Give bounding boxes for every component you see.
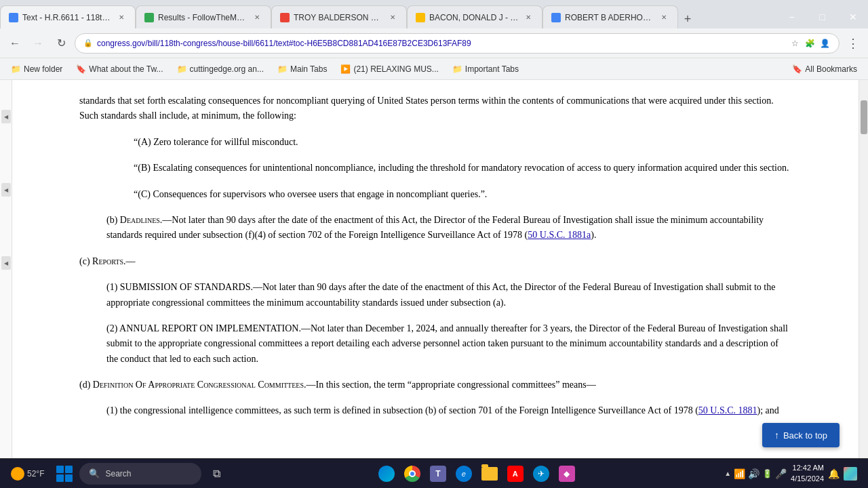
files-app-icon[interactable]: [477, 462, 502, 486]
scrollbar-track[interactable]: [859, 80, 868, 458]
browser-frame: Text - H.R.6611 - 118th... ✕ Results - F…: [0, 0, 868, 488]
tab-2[interactable]: Results - FollowTheMon... ✕: [136, 5, 271, 28]
tab-1-favicon: [9, 13, 18, 22]
address-text: congress.gov/bill/118th-congress/house-b…: [97, 39, 785, 48]
volume-tray-icon[interactable]: 🔊: [748, 468, 760, 479]
side-btn-3[interactable]: ◀: [1, 256, 11, 270]
system-clock[interactable]: 12:42 AM 4/15/2024: [791, 463, 824, 484]
clock-date: 4/15/2024: [791, 474, 824, 484]
bookmarks-bar: 📁 New folder 🔖 What about the Tw... 📁 cu…: [0, 58, 868, 80]
system-tray-icons: ▲ 📶 🔊 🔋 🎤: [724, 468, 787, 479]
side-btn-2[interactable]: ◀: [1, 183, 11, 197]
back-to-top-button[interactable]: ↑ Back to top: [762, 423, 840, 447]
bookmark-icon-6: 📁: [452, 64, 462, 74]
back-button[interactable]: ←: [5, 34, 24, 53]
bookmark-main-tabs[interactable]: 📁 Main Tabs: [272, 63, 332, 75]
extension-icon[interactable]: 🧩: [804, 37, 816, 49]
address-bar[interactable]: 🔒 congress.gov/bill/118th-congress/house…: [75, 33, 840, 54]
para-definition-header: (d) Definition Of Appropriate Congressio…: [79, 378, 791, 392]
tab-1[interactable]: Text - H.R.6611 - 118th... ✕: [0, 5, 136, 28]
bookmark-what-about[interactable]: 🔖 What about the Tw...: [71, 63, 168, 75]
weather-sun-icon: [11, 467, 24, 481]
navigation-bar: ← → ↻ 🔒 congress.gov/bill/118th-congress…: [0, 28, 868, 58]
color-profile-icon[interactable]: [844, 467, 857, 481]
tab-3[interactable]: TROY BALDERSON CAM... ✕: [271, 5, 407, 28]
bookmark-icon-5: ▶️: [340, 64, 351, 74]
side-panel: ◀ ◀ ◀: [0, 80, 12, 458]
start-button[interactable]: [52, 462, 77, 486]
extra-icon: ◆: [559, 466, 575, 482]
windows-taskbar: 52°F 🔍 Search ⧉: [0, 458, 868, 488]
bookmark-new-folder[interactable]: 📁 New folder: [5, 63, 68, 75]
ie-app-icon[interactable]: e: [452, 462, 476, 486]
minimize-button[interactable]: −: [776, 7, 807, 27]
tab-list: Text - H.R.6611 - 118th... ✕ Results - F…: [0, 5, 776, 28]
tab-3-title: TROY BALDERSON CAM...: [294, 13, 383, 22]
chrome-app-icon[interactable]: [400, 462, 425, 486]
tab-4-close[interactable]: ✕: [523, 12, 534, 23]
tray-chevron[interactable]: ▲: [724, 470, 731, 477]
add-tab-button[interactable]: +: [678, 9, 697, 28]
all-bookmarks-button[interactable]: 🔖 All Bookmarks: [787, 63, 863, 75]
para-b: “(B) Escalating consequences for uninten…: [134, 161, 791, 176]
address-icons: ☆ 🧩 👤: [789, 37, 831, 49]
telegram-app-icon[interactable]: ✈: [529, 462, 553, 486]
teams-app-icon[interactable]: T: [426, 462, 450, 486]
taskbar-search-icon: 🔍: [89, 468, 100, 479]
para-intel-committees: (1) the congressional intelligence commi…: [106, 403, 791, 418]
taskview-icon: ⧉: [213, 468, 220, 480]
side-btn-1[interactable]: ◀: [1, 110, 11, 123]
teams-icon: T: [430, 466, 446, 482]
bookmark-label-2: What about the Tw...: [89, 64, 163, 74]
maximize-button[interactable]: □: [807, 7, 837, 27]
tab-1-close[interactable]: ✕: [116, 12, 127, 23]
notification-tray-icon[interactable]: 🔔: [828, 468, 840, 479]
tab-5-close[interactable]: ✕: [658, 12, 669, 23]
browser-window: Text - H.R.6611 - 118th... ✕ Results - F…: [0, 0, 868, 488]
bookmark-cuttingedge[interactable]: 📁 cuttingedge.org an...: [172, 63, 269, 75]
bookmark-relaxing-mus[interactable]: ▶️ (21) RELAXING MUS...: [335, 63, 443, 75]
bookmark-label-4: Main Tabs: [290, 64, 327, 74]
usc-1881-link[interactable]: 50 U.S.C. 1881: [698, 405, 757, 415]
tab-4[interactable]: BACON, DONALD J - Fo... ✕: [407, 5, 542, 28]
para-deadlines: (b) Deadlines.—Not later than 90 days af…: [106, 213, 791, 243]
legal-text-body: standards that set forth escalating cons…: [79, 94, 791, 419]
taskbar-search[interactable]: 🔍 Search: [79, 463, 201, 485]
tab-5[interactable]: ROBERT B ADERHOLT C... ✕: [542, 5, 678, 28]
tab-3-close[interactable]: ✕: [387, 12, 398, 23]
telegram-icon: ✈: [533, 466, 549, 482]
tab-2-close[interactable]: ✕: [252, 12, 262, 23]
reports-smallcaps: Reports: [92, 256, 123, 266]
bookmark-label-6: Important Tabs: [465, 64, 519, 74]
bookmarks-all-icon: 🔖: [792, 64, 802, 74]
deadlines-smallcaps: Deadlines: [120, 215, 160, 225]
bookmark-star-icon[interactable]: ☆: [789, 37, 801, 49]
battery-tray-icon[interactable]: 🔋: [762, 469, 772, 479]
tab-4-favicon: [416, 13, 425, 22]
scrollbar-thumb[interactable]: [861, 100, 867, 134]
para-standards: standards that set forth escalating cons…: [79, 94, 791, 124]
profile-icon[interactable]: 👤: [818, 37, 831, 49]
document-scroll[interactable]: standards that set forth escalating cons…: [12, 80, 859, 458]
bookmarks-all-label: All Bookmarks: [805, 64, 857, 74]
back-to-top-arrow-icon: ↑: [774, 430, 779, 441]
network-tray-icon[interactable]: 📶: [734, 468, 745, 479]
taskview-button[interactable]: ⧉: [204, 462, 229, 486]
weather-widget[interactable]: 52°F: [5, 467, 50, 481]
mic-tray-icon[interactable]: 🎤: [775, 468, 787, 479]
chrome-icon: [404, 466, 420, 482]
bookmark-important-tabs[interactable]: 📁 Important Tabs: [447, 63, 524, 75]
menu-button[interactable]: ⋮: [844, 34, 863, 53]
back-to-top-label: Back to top: [783, 430, 827, 441]
windows-logo-icon: [56, 466, 73, 482]
close-button[interactable]: ✕: [837, 7, 868, 27]
extra-app-icon[interactable]: ◆: [555, 462, 579, 486]
edge-app-icon[interactable]: [374, 462, 399, 486]
acrobat-app-icon[interactable]: A: [503, 462, 528, 486]
clock-time: 12:42 AM: [791, 463, 824, 473]
tab-4-title: BACON, DONALD J - Fo...: [429, 13, 519, 22]
weather-temp: 52°F: [27, 469, 44, 479]
forward-button[interactable]: →: [28, 34, 47, 53]
reload-button[interactable]: ↻: [52, 34, 71, 53]
usc-1881a-link[interactable]: 50 U.S.C. 1881a: [528, 230, 591, 240]
